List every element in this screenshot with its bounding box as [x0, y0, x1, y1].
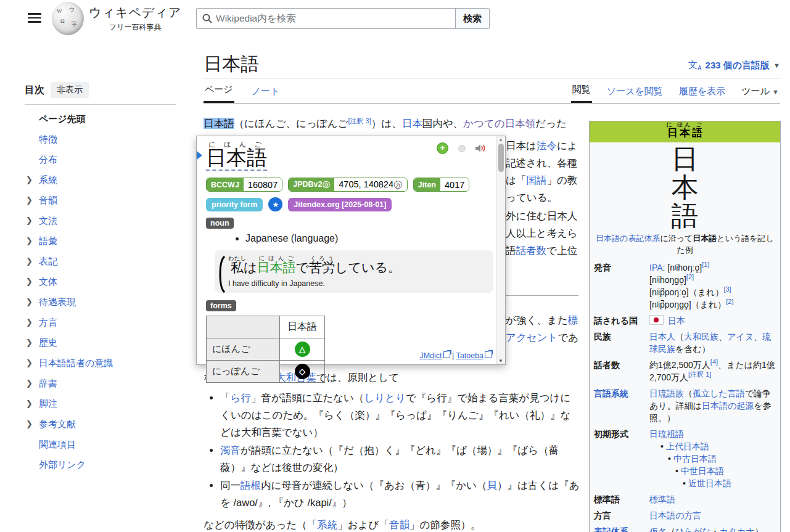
ref-link[interactable]: [注釈 1] [688, 370, 711, 378]
wiki-link[interactable]: 標 [568, 314, 578, 325]
wiki-link[interactable]: 近世日本語 [688, 478, 731, 488]
wiki-link[interactable]: 話者数 [516, 245, 547, 256]
wiki-link[interactable]: 大和民族 [684, 332, 718, 342]
ref-link[interactable]: [2] [686, 273, 694, 280]
toc-item[interactable]: ❯方言 [25, 312, 176, 332]
wiki-link[interactable]: 語根 [241, 480, 261, 491]
play-audio-button[interactable] [475, 144, 487, 153]
wiki-link[interactable]: 法令 [537, 140, 557, 151]
ref-link[interactable]: [1] [702, 261, 709, 268]
toc-item[interactable]: 特徴 [25, 129, 176, 149]
wiki-link[interactable]: アイヌ [727, 332, 754, 342]
chevron-right-icon[interactable]: ❯ [26, 316, 33, 328]
toc-item[interactable]: 関連項目 [25, 434, 176, 454]
chevron-right-icon[interactable]: ❯ [26, 215, 33, 226]
toc-item[interactable]: ❯文法 [25, 210, 176, 231]
toc-item[interactable]: ❯系統 [25, 170, 176, 190]
wiki-link[interactable]: 上代日本語 [666, 441, 709, 451]
popup-scrollbar[interactable]: ▲ ▼ [496, 136, 505, 364]
wiki-link[interactable]: 国語 [526, 174, 546, 186]
toc-item-page-top[interactable]: ページ先頭 [25, 108, 176, 129]
toc-item[interactable]: ❯待遇表現 [25, 292, 176, 312]
secondary-add-button[interactable] [458, 145, 466, 152]
wiki-link[interactable]: カタカナ [719, 526, 754, 532]
chevron-right-icon[interactable]: ❯ [26, 398, 33, 409]
scroll-up-icon[interactable]: ▲ [498, 137, 503, 142]
chevron-right-icon[interactable]: ❯ [26, 418, 33, 430]
tab-view-source[interactable]: ソースを閲覧 [606, 86, 664, 103]
toc-hide-button[interactable]: 非表示 [51, 82, 89, 98]
search-button[interactable]: 検索 [455, 9, 489, 28]
wiki-link[interactable]: 系統 [317, 519, 337, 530]
tab-talk[interactable]: ノート [250, 86, 281, 103]
ref-link[interactable]: [3] [723, 285, 731, 293]
chevron-right-icon[interactable]: ❯ [26, 337, 33, 348]
wiki-link[interactable]: 日本語の方言 [649, 510, 701, 520]
wiki-link[interactable]: ら行 [231, 392, 251, 403]
chevron-right-icon[interactable]: ❯ [26, 296, 33, 308]
scrollbar-thumb[interactable] [498, 144, 504, 172]
wiki-link[interactable]: 濁音 [220, 444, 241, 456]
ipa-link[interactable]: IPA [649, 263, 663, 272]
wiki-link[interactable]: 日琉祖語 [649, 429, 684, 439]
wiki-link[interactable]: ひらがな [675, 526, 710, 532]
wiki-link[interactable]: 日本 [402, 118, 422, 129]
chevron-right-icon[interactable]: ❯ [26, 235, 33, 247]
toc-item[interactable]: 分布 [25, 149, 176, 170]
toc-item[interactable]: ❯文体 [25, 271, 176, 292]
ref-link[interactable]: [2] [726, 298, 733, 305]
tab-history[interactable]: 履歴を表示 [678, 86, 726, 103]
external-link-icon [485, 351, 492, 358]
wiki-link[interactable]: 日本 [668, 316, 685, 325]
add-note-button[interactable]: + [437, 142, 448, 154]
wiki-link[interactable]: 日琉語族 [649, 388, 684, 398]
toc-item[interactable]: ❯表記 [25, 251, 176, 271]
toc-item[interactable]: ❯参考文献 [25, 414, 176, 434]
chevron-right-icon[interactable]: ❯ [26, 357, 33, 369]
tab-tools[interactable]: ツール ▼ [740, 86, 780, 103]
wiki-link[interactable]: 孤立した言語 [693, 388, 745, 398]
dictionary-source-tag[interactable]: Jitendex.org [2025-08-01] [288, 198, 392, 211]
wiki-link[interactable]: 言語系統 [594, 387, 649, 424]
toc-item[interactable]: 外部リンク [25, 454, 176, 475]
chevron-right-icon[interactable]: ❯ [26, 174, 33, 186]
toc-item[interactable]: ❯語彙 [25, 231, 176, 251]
wiki-link[interactable]: アクセント [506, 332, 558, 343]
wiki-link[interactable]: 中古日本語 [673, 454, 717, 464]
wiki-link[interactable]: 標準語 [649, 494, 675, 504]
wiki-link[interactable]: 貝 [487, 480, 497, 491]
wiki-link[interactable]: 表記体系 [594, 525, 649, 532]
toc-item[interactable]: ❯辞書 [25, 373, 176, 393]
ref-link[interactable]: [注釈 3] [348, 117, 371, 125]
toc-item[interactable]: ❯歴史 [25, 332, 176, 353]
language-versions-button[interactable]: 文A 233 個の言語版 ▼ [688, 59, 780, 72]
chevron-right-icon[interactable]: ❯ [26, 377, 33, 389]
wikipedia-logo[interactable]: Wウ Ω字 ウィキペディア フリー百科事典 [52, 2, 181, 35]
forms-table-value-cell: △ [280, 338, 325, 361]
toc-item[interactable]: ❯脚注 [25, 393, 176, 414]
chevron-right-icon[interactable]: ❯ [26, 255, 33, 267]
headword-text: 日本語 [206, 146, 267, 171]
tab-read[interactable]: 閲覧 [571, 84, 592, 103]
search-input[interactable] [212, 13, 455, 24]
jmdict-link[interactable]: JMdict [419, 351, 442, 360]
star-icon[interactable]: ★ [268, 197, 282, 211]
ref-link[interactable]: [4] [710, 358, 718, 366]
tatoeba-link[interactable]: Tatoeba [456, 351, 483, 360]
tab-page[interactable]: ページ [204, 84, 234, 103]
wiki-link[interactable]: 仮名 [649, 526, 667, 532]
language-infobox: 日本語に ほん ご 日本語 日本語の表記体系に沿って日本語という語を記した例 発… [589, 121, 781, 532]
wiki-link[interactable]: 日本人 [649, 332, 675, 342]
wiki-link[interactable]: 日本語の起源 [702, 401, 754, 411]
toc-item[interactable]: ❯日本語話者の意識 [25, 353, 176, 373]
scroll-down-icon[interactable]: ▼ [498, 358, 503, 364]
chevron-right-icon[interactable]: ❯ [26, 194, 33, 206]
wiki-link[interactable]: しりとり [364, 392, 406, 403]
chevron-right-icon[interactable]: ❯ [26, 276, 33, 287]
wiki-link[interactable]: 中世日本語 [681, 466, 724, 476]
toc-item[interactable]: ❯音韻 [25, 190, 176, 210]
wiki-link[interactable]: かつての日本領 [463, 118, 535, 129]
wiki-link[interactable]: 日本語の表記体系 [596, 234, 660, 243]
hamburger-menu-icon[interactable] [28, 13, 41, 23]
wiki-link[interactable]: 音韻 [389, 519, 409, 530]
